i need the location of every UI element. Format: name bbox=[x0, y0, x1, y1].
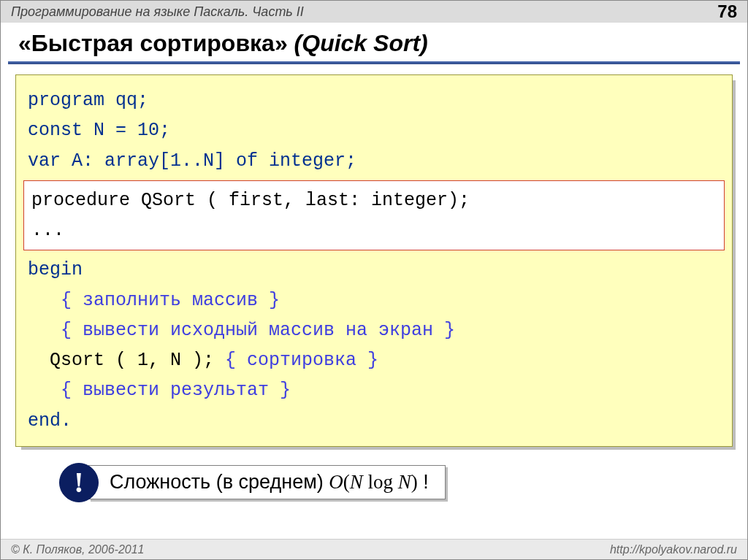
footer-url: http://kpolyakov.narod.ru bbox=[610, 543, 737, 556]
code-comment: { сортировка } bbox=[225, 350, 378, 371]
complexity-row: ! Сложность (в среднем) O(N log N) ! bbox=[59, 463, 733, 502]
code-comment: { вывести результат } bbox=[28, 375, 720, 405]
code-line: begin bbox=[28, 255, 720, 285]
code-line: program qq; bbox=[28, 85, 720, 115]
slide-header: Программирование на языке Паскаль. Часть… bbox=[1, 1, 747, 23]
math-log: log bbox=[363, 471, 398, 493]
course-title: Программирование на языке Паскаль. Часть… bbox=[11, 4, 304, 20]
complexity-label: Сложность (в среднем) bbox=[110, 471, 329, 493]
code-comment: { вывести исходный массив на экран } bbox=[28, 315, 720, 345]
math-N: N bbox=[350, 471, 363, 493]
slide-title: «Быстрая сортировка» (Quick Sort) bbox=[1, 23, 747, 61]
code-block: program qq; const N = 10; var A: array[1… bbox=[15, 74, 733, 447]
code-line: var A: array[1..N] of integer; bbox=[28, 146, 720, 176]
copyright-text: © К. Поляков, 2006-2011 bbox=[11, 543, 144, 556]
title-paren: (Quick Sort) bbox=[294, 30, 428, 56]
complexity-excl: ! bbox=[418, 471, 429, 493]
page-number: 78 bbox=[717, 1, 737, 22]
highlighted-procedure-box: procedure QSort ( first, last: integer);… bbox=[23, 180, 725, 251]
math-N: N bbox=[398, 471, 411, 493]
attention-icon: ! bbox=[59, 463, 99, 502]
code-line: Qsort ( 1, N ); { сортировка } bbox=[28, 345, 720, 375]
slide-footer: © К. Поляков, 2006-2011 http://kpolyakov… bbox=[1, 539, 747, 559]
math-paren: ( bbox=[343, 471, 350, 493]
code-box: program qq; const N = 10; var A: array[1… bbox=[15, 74, 733, 447]
code-comment: { заполнить массив } bbox=[28, 285, 720, 315]
code-line: end. bbox=[28, 406, 720, 436]
math-paren: ) bbox=[411, 471, 418, 493]
slide: Программирование на языке Паскаль. Часть… bbox=[0, 0, 748, 560]
math-O: O bbox=[329, 471, 343, 493]
code-line: procedure QSort ( first, last: integer); bbox=[31, 185, 717, 215]
code-line: ... bbox=[31, 215, 717, 245]
code-line: const N = 10; bbox=[28, 115, 720, 145]
code-text: Qsort ( 1, N ); bbox=[28, 350, 225, 371]
title-underline bbox=[8, 61, 740, 64]
complexity-box: Сложность (в среднем) O(N log N) ! bbox=[88, 465, 446, 499]
title-quoted: «Быстрая сортировка» bbox=[18, 30, 288, 56]
